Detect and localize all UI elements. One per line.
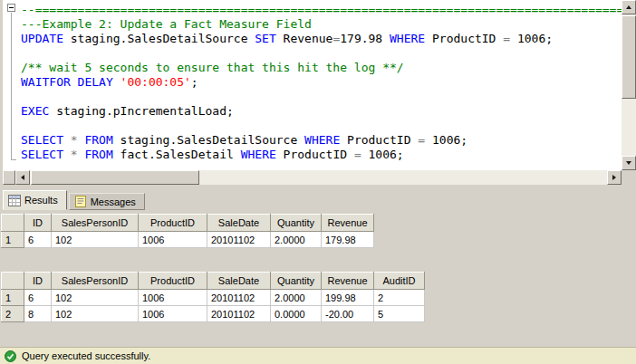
scroll-left-button[interactable] xyxy=(15,170,30,185)
tab-label: Results xyxy=(24,195,58,206)
scroll-up-button[interactable] xyxy=(622,0,636,14)
results-pane: IDSalesPersonIDProductIDSaleDateQuantity… xyxy=(0,210,636,347)
code-token-op: = xyxy=(503,32,510,45)
grid-cell[interactable]: 2.0000 xyxy=(271,232,322,248)
code-token-cm: /** wait 5 seconds to ensure that this h… xyxy=(21,61,404,74)
code-outline-line xyxy=(11,13,12,159)
tab-results[interactable]: Results xyxy=(3,190,67,210)
code-token-kw: UPDATE xyxy=(21,32,63,45)
editor-horizontal-scrollbar[interactable] xyxy=(3,170,622,185)
code-token-pl: ; xyxy=(191,75,198,89)
grid-cell[interactable]: 199.98 xyxy=(322,290,374,306)
grid-cell[interactable]: 6 xyxy=(24,232,52,248)
result-set-2: IDSalesPersonIDProductIDSaleDateQuantity… xyxy=(1,272,425,322)
code-line xyxy=(21,46,622,61)
scroll-right-button[interactable] xyxy=(607,170,622,185)
code-token-op: * xyxy=(71,148,78,161)
code-token-pl: 1006; xyxy=(510,32,553,45)
scrollbar-grip[interactable] xyxy=(3,170,15,185)
code-line: /** wait 5 seconds to ensure that this h… xyxy=(21,61,622,75)
code-token-pl: staging.SalesDetailSource xyxy=(113,133,304,147)
tab-messages[interactable]: Messages xyxy=(69,193,145,210)
success-icon xyxy=(5,350,16,362)
grid-column-header[interactable]: SaleDate xyxy=(207,215,271,232)
horizontal-scroll-thumb[interactable] xyxy=(31,170,199,185)
results-grid: IDSalesPersonIDProductIDSaleDateQuantity… xyxy=(1,272,425,322)
ssms-window: --======================================… xyxy=(0,0,636,364)
status-text: Query executed successfully. xyxy=(22,350,150,361)
grid-cell[interactable]: 1006 xyxy=(139,232,207,248)
scroll-down-icon xyxy=(626,161,631,165)
grid-row-header[interactable]: 1 xyxy=(2,232,24,248)
code-token-pl xyxy=(63,148,71,161)
grid-cell[interactable]: 2.0000 xyxy=(271,290,322,306)
grid-cell[interactable]: 2 xyxy=(374,290,425,306)
grid-header-row: IDSalesPersonIDProductIDSaleDateQuantity… xyxy=(2,215,374,232)
grid-column-header[interactable]: ID xyxy=(24,215,52,232)
query-editor[interactable]: --======================================… xyxy=(0,0,622,170)
messages-icon xyxy=(74,196,87,207)
grid-column-header[interactable]: Quantity xyxy=(271,215,322,232)
grid-column-header[interactable]: AuditID xyxy=(374,273,425,290)
code-line xyxy=(21,90,622,104)
grid-cell[interactable]: 1006 xyxy=(139,306,207,322)
grid-column-header[interactable]: SalesPersonID xyxy=(52,215,139,232)
grid-column-header[interactable]: ProductID xyxy=(139,273,207,290)
grid-cell[interactable]: 179.98 xyxy=(322,232,374,248)
grid-column-header[interactable]: ID xyxy=(24,273,52,290)
code-token-pl: ProductID xyxy=(276,148,354,161)
code-line: EXEC staging.pIncrementalLoad; xyxy=(21,104,622,119)
minus-glyph xyxy=(9,7,14,8)
grid-cell[interactable]: 5 xyxy=(374,306,425,322)
code-fold-icon[interactable] xyxy=(7,4,15,12)
grid-cell[interactable]: 102 xyxy=(52,232,139,248)
code-token-kw: WHERE xyxy=(304,133,340,147)
code-token-cm: --======================================… xyxy=(21,3,622,16)
code-line: ---Example 2: Update a Fact Measure Fiel… xyxy=(21,17,622,32)
grid-corner-cell[interactable] xyxy=(2,215,24,232)
code-token-cm: ---Example 2: Update a Fact Measure Fiel… xyxy=(21,17,312,31)
code-token-pl: 179.98 xyxy=(340,32,390,45)
scroll-up-icon xyxy=(626,5,631,9)
grid-row-header[interactable]: 1 xyxy=(2,290,24,306)
grid-cell[interactable]: 1006 xyxy=(139,290,207,306)
grid-column-header[interactable]: ProductID xyxy=(139,215,207,232)
grid-cell[interactable]: 0.0000 xyxy=(271,306,322,322)
grid-column-header[interactable]: Revenue xyxy=(322,273,374,290)
scroll-left-icon xyxy=(21,175,24,180)
scrollbar-corner xyxy=(622,170,636,185)
grid-column-header[interactable]: Revenue xyxy=(322,215,374,232)
code-line: UPDATE staging.SalesDetailSource SET Rev… xyxy=(21,32,622,46)
code-token-kw: SELECT xyxy=(21,148,63,161)
scroll-down-button[interactable] xyxy=(622,156,636,170)
code-token-kw: SET xyxy=(255,32,275,45)
grid-cell[interactable]: 20101102 xyxy=(207,232,271,248)
code-token-pl xyxy=(113,75,120,89)
code-area[interactable]: --======================================… xyxy=(21,3,622,170)
grid-corner-cell[interactable] xyxy=(2,273,24,290)
grid-cell[interactable]: 102 xyxy=(52,306,139,322)
code-token-kw: WHERE xyxy=(390,32,425,45)
grid-row-header[interactable]: 2 xyxy=(2,306,24,322)
grid-cell[interactable]: 20101102 xyxy=(207,306,271,322)
grid-row: 281021006201011020.0000-20.005 xyxy=(2,306,425,322)
code-token-str: '00:00:05' xyxy=(120,75,191,89)
code-line: WAITFOR DELAY '00:00:05'; xyxy=(21,75,622,90)
grid-cell[interactable]: 8 xyxy=(24,306,52,322)
grid-column-header[interactable]: SalesPersonID xyxy=(52,273,139,290)
grid-cell[interactable]: 6 xyxy=(24,290,52,306)
grid-column-header[interactable]: Quantity xyxy=(271,273,322,290)
grid-cell[interactable]: 102 xyxy=(52,290,139,306)
grid-cell[interactable]: 20101102 xyxy=(207,290,271,306)
code-token-kw: WAITFOR DELAY xyxy=(21,75,113,89)
grid-column-header[interactable]: SaleDate xyxy=(207,273,271,290)
code-token-pl: staging.pIncrementalLoad; xyxy=(49,104,234,118)
editor-vertical-scrollbar[interactable] xyxy=(622,0,636,170)
scroll-right-icon xyxy=(612,175,616,180)
code-token-kw: FROM xyxy=(84,148,112,161)
code-token-op: = xyxy=(354,148,361,161)
vertical-scroll-thumb[interactable] xyxy=(622,15,636,99)
result-set-1: IDSalesPersonIDProductIDSaleDateQuantity… xyxy=(1,214,374,248)
code-line: --======================================… xyxy=(21,3,622,17)
grid-cell[interactable]: -20.00 xyxy=(322,306,374,322)
